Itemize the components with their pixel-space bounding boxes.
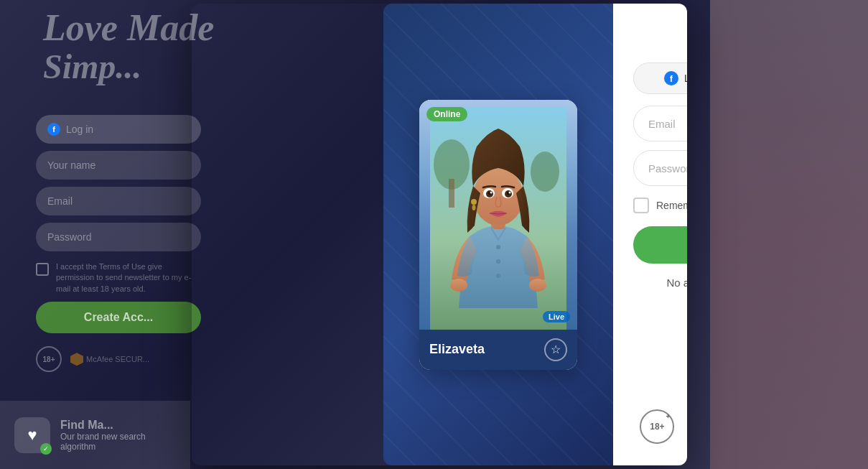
bg-find-subtitle: Our brand new search algorithm (60, 432, 176, 452)
favorite-button[interactable]: ☆ (544, 338, 567, 361)
bg-find-text: Find Ma... Our brand new search algorith… (60, 419, 176, 452)
bg-title: Love Made Simp... (43, 7, 214, 86)
modal-title: Log In (633, 25, 687, 48)
remember-left: Remember me (633, 198, 687, 213)
bg-terms-text: I accept the Terms of Use give permissio… (56, 261, 201, 294)
svg-point-2 (531, 152, 559, 192)
svg-point-4 (496, 245, 500, 249)
bg-mcafee-icon (70, 353, 83, 366)
bg-heart-icon: ♥ ✓ (14, 417, 50, 453)
age-verification-badge: 18+ (640, 409, 674, 444)
facebook-login-button[interactable]: f Log in (633, 62, 687, 94)
svg-point-16 (509, 191, 511, 193)
bg-heart-check: ✓ (40, 443, 52, 455)
remember-row: Remember me Forgot password? (633, 198, 687, 213)
password-wrapper: 👁 (633, 150, 687, 186)
trust-badges: 18+ McAfee SECURE ✓ PCI DSS Certified (633, 398, 687, 444)
svg-point-19 (450, 279, 467, 292)
bg-create-button: Create Acc... (36, 302, 201, 333)
svg-point-18 (472, 205, 476, 210)
login-modal: × Log In f Log in G Log in 👁 (613, 4, 687, 465)
bg-terms-checkbox (36, 263, 49, 276)
facebook-login-label: Log in (684, 73, 687, 84)
modal-container: Online Live (192, 4, 687, 465)
online-badge: Online (426, 107, 467, 121)
bg-email-input: Email (36, 187, 201, 215)
profile-name: Elizaveta (429, 342, 485, 357)
svg-point-15 (490, 191, 493, 193)
password-input[interactable] (633, 150, 687, 186)
live-badge: Live (543, 311, 570, 322)
no-account-text: No account yet? Create account (633, 277, 687, 289)
svg-rect-3 (449, 179, 454, 208)
bg-mcafee-badge: McAfee SECUR... (70, 353, 149, 366)
remember-label: Remember me (656, 200, 687, 211)
bg-fb-button: f Log in (36, 115, 201, 144)
svg-point-17 (471, 199, 477, 205)
facebook-icon: f (664, 71, 678, 85)
profile-card-image: Online Live (419, 100, 577, 330)
profile-image-svg (430, 107, 566, 330)
social-buttons: f Log in G Log in (633, 62, 687, 94)
bg-password-input: Password (36, 223, 201, 251)
svg-point-6 (496, 274, 500, 278)
bg-find-title: Find Ma... (60, 419, 176, 432)
remember-checkbox[interactable] (633, 198, 649, 213)
bg-terms-row: I accept the Terms of Use give permissio… (36, 261, 201, 294)
profile-card-wrapper: Online Live (383, 4, 613, 465)
svg-point-5 (496, 259, 500, 264)
bg-right-decoration (710, 0, 868, 469)
bg-fb-icon: f (47, 123, 60, 136)
bg-badges: 18+ McAfee SECUR... (36, 346, 201, 372)
bg-name-input: Your name (36, 151, 201, 180)
profile-card: Online Live (419, 100, 577, 370)
email-input[interactable] (633, 106, 687, 141)
login-button[interactable]: Log in (633, 226, 687, 264)
bg-form: f Log in Your name Email Password I acce… (36, 115, 201, 372)
bg-find-section: ♥ ✓ Find Ma... Our brand new search algo… (0, 401, 190, 469)
svg-point-20 (529, 279, 546, 292)
bg-age-badge: 18+ (36, 346, 62, 372)
profile-card-footer: Elizaveta ☆ (419, 330, 577, 370)
